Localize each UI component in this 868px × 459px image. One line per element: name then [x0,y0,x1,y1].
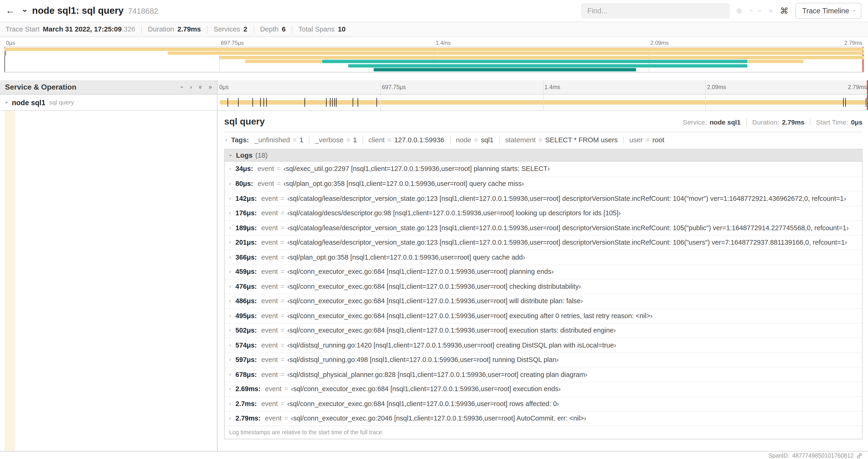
keyboard-shortcuts-button[interactable]: ⌘ [780,6,788,16]
tag-key: client [368,136,384,144]
timeline-gridline [380,80,380,94]
log-expand-icon: › [229,372,231,378]
timeline-right-scrubber [867,80,868,94]
log-expand-icon: › [229,240,231,245]
tags-row[interactable]: › Tags: _unfinished=1_verbose=1client=12… [224,132,862,147]
span-bar-row[interactable] [217,95,868,110]
log-row[interactable]: ›142μs:event=‹sql/catalog/lease/descript… [225,191,862,205]
log-row[interactable]: ›80μs:event=‹sql/plan_opt.go:358 [nsql1,… [225,176,862,191]
span-tree-row[interactable]: › node sql1 sql query [0,95,217,110]
summary-item: Total Spans10 [292,25,346,33]
span-detail-title: sql query [224,116,265,127]
log-row[interactable]: ›2.69ms:event=‹sql/conn_executor_exec.go… [225,382,862,396]
span-service-name: node sql1 [12,98,45,107]
log-row[interactable]: ›486μs:event=‹sql/conn_executor_exec.go:… [225,294,862,308]
meta-duration: Duration: 2.79ms [746,119,805,126]
log-timestamp: 189μs: [236,224,257,232]
collapse-trace-icon[interactable]: › [22,9,30,12]
trace-page-header: ← › node sql1: sql query 7418682 ⊕ › › ×… [0,0,868,22]
logs-label: Logs [236,151,252,159]
log-row[interactable]: ›176μs:event=‹sql/catalog/descs/descript… [225,205,862,220]
log-equals: = [280,268,284,276]
link-icon[interactable] [856,452,862,458]
tag-equals: = [474,136,478,144]
expand-all-icon[interactable]: » [209,84,212,90]
minimap-span [245,60,322,63]
log-timestamp: 80μs: [236,180,253,188]
trace-id: 7418682 [128,6,158,15]
zoom-icon[interactable]: ⊕ [736,6,742,15]
log-field-value: ‹sql/conn_executor_exec.go:684 [nsql1,cl… [291,385,561,393]
log-field-value: ‹sql/distsql_running.go:1420 [nsql1,clie… [287,341,616,349]
log-row[interactable]: ›2.7ms:event=‹sql/conn_executor_exec.go:… [225,396,862,411]
log-row[interactable]: ›34μs:event=‹sql/exec_util.go:2297 [nsql… [225,162,862,176]
logs-header[interactable]: › Logs (18) [225,150,862,162]
meta-service-label: Service: [683,119,707,126]
timeline-gridline [543,95,543,110]
log-field-value: ‹sql/catalog/lease/descriptor_version_st… [287,195,846,202]
clear-search-icon[interactable]: × [769,6,773,15]
meta-duration-value: 2.79ms [782,119,805,126]
log-row[interactable]: ›597μs:event=‹sql/distsql_running.go:498… [225,352,862,367]
find-input[interactable] [581,3,730,18]
jaeger-trace-page: ← › node sql1: sql query 7418682 ⊕ › › ×… [0,0,868,459]
tag-item: client=127.0.0.1:59936 [362,136,444,144]
log-row[interactable]: ›201μs:event=‹sql/catalog/lease/descript… [225,235,862,250]
tag-value: SELECT * FROM users [545,136,618,144]
ruler-tick-label: 0μs [219,84,229,90]
service-operation-header: Service & Operation › › » » [0,80,217,94]
timeline-gridline [380,95,380,110]
span-log-tick [263,98,264,107]
log-row[interactable]: ›502μs:event=‹sql/conn_executor_exec.go:… [225,323,862,337]
log-equals: = [277,165,281,173]
span-indent-guide [4,110,15,451]
detail-section: sql query Service: node sql1 Duration: 2… [0,110,868,451]
timeline-gridline [705,80,706,94]
minimap-tick-label: 0μs [6,40,15,46]
next-match-icon[interactable]: › [757,9,764,12]
log-row[interactable]: ›574μs:event=‹sql/distsql_running.go:142… [225,337,862,352]
service-operation-label: Service & Operation [5,83,76,91]
span-id-value: 4877749850101760812 [792,452,854,459]
collapse-span-icon[interactable]: › [4,101,9,103]
log-field-value: ‹sql/plan_opt.go:358 [nsql1,client=127.0… [287,253,525,261]
view-selector-button[interactable]: Trace Timeline › [796,3,862,19]
log-row[interactable]: ›189μs:event=‹sql/catalog/lease/descript… [225,220,862,235]
log-row[interactable]: ›678μs:event=‹sql/distsql_physical_plann… [225,367,862,382]
log-row[interactable]: ›459μs:event=‹sql/conn_executor_exec.go:… [225,264,862,279]
log-row[interactable]: ›2.79ms:event=‹sql/conn_executor_exec.go… [225,411,862,426]
log-field-value: ‹sql/conn_executor_exec.go:684 [nsql1,cl… [287,312,653,320]
tag-value: 1 [353,136,357,144]
log-row[interactable]: ›366μs:event=‹sql/plan_opt.go:358 [nsql1… [225,250,862,264]
log-field-value: ‹sql/catalog/lease/descriptor_version_st… [287,224,849,232]
expand-one-icon[interactable]: › [190,84,192,90]
tree-controls: › › » » [181,84,212,90]
log-row[interactable]: ›476μs:event=‹sql/conn_executor_exec.go:… [225,279,862,294]
log-expand-icon: › [229,166,231,172]
back-button[interactable]: ← [6,5,20,16]
logs-footnote: Log timestamps are relative to the start… [225,425,862,439]
page-title: node sql1: sql query 7418682 [32,5,158,16]
log-equals: = [280,297,284,305]
minimap-canvas[interactable] [4,46,864,72]
log-equals: = [280,327,284,334]
tag-key: _verbose [315,136,343,144]
collapse-one-icon[interactable]: › [179,86,185,88]
log-field-value: ‹sql/exec_util.go:2297 [nsql1,client=127… [283,165,550,173]
log-equals: = [277,180,281,188]
minimap-span [168,52,864,55]
prev-match-icon[interactable]: › [747,9,754,12]
collapse-all-icon[interactable]: » [197,85,203,89]
log-field-key: event [261,283,278,290]
log-timestamp: 34μs: [236,165,253,173]
log-expand-icon: › [229,269,231,275]
log-timestamp: 597μs: [236,356,257,364]
log-expand-icon: › [229,225,231,231]
span-log-tick [260,98,260,107]
summary-item-value: 6 [282,25,286,33]
log-row[interactable]: ›495μs:event=‹sql/conn_executor_exec.go:… [225,308,862,323]
trace-name: node sql1: sql query [32,5,124,16]
minimap-span [348,64,748,67]
span-log-tick [377,98,377,107]
span-meta: Service: node sql1 Duration: 2.79ms Star… [683,119,862,126]
